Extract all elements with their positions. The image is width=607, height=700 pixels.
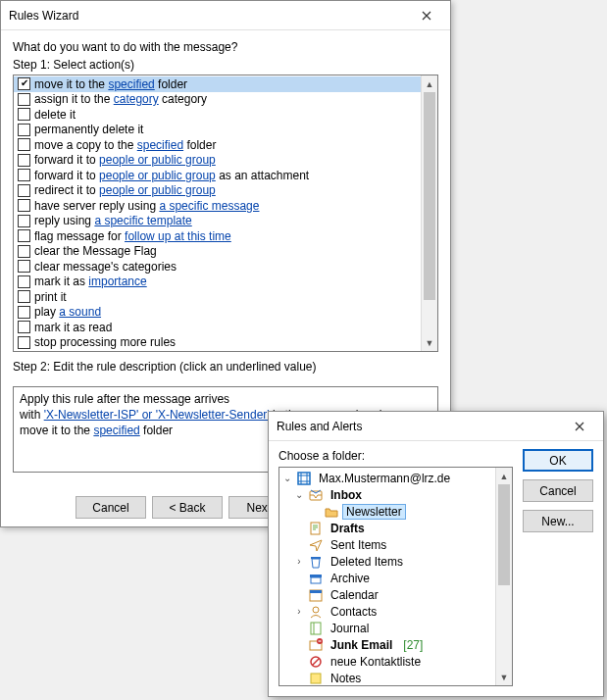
action-checkbox[interactable] [18, 245, 30, 258]
action-label: forward it to people or public group [34, 153, 216, 167]
action-checkbox[interactable] [18, 215, 30, 227]
tree-item-label: Drafts [327, 522, 369, 535]
blocked-icon [308, 654, 324, 670]
action-checkbox[interactable] [18, 93, 30, 106]
chevron-right-icon[interactable]: › [293, 606, 305, 617]
svg-rect-9 [311, 623, 321, 634]
action-checkbox[interactable] [18, 108, 30, 121]
action-row[interactable]: clear the Message Flag [14, 244, 421, 260]
tree-scrollbar[interactable]: ▲ ▼ [495, 468, 512, 685]
action-row[interactable]: have server reply using a specific messa… [14, 198, 421, 214]
svg-rect-7 [310, 590, 322, 593]
action-row[interactable]: stop processing more rules [14, 335, 421, 351]
actions-scrollbar[interactable]: ▲ ▼ [421, 75, 437, 351]
action-row[interactable]: mark it as read [14, 320, 421, 335]
picker-close-button[interactable] [557, 413, 601, 440]
deleted-icon [308, 554, 324, 570]
action-link[interactable]: category [114, 92, 159, 106]
action-checkbox[interactable] [18, 169, 30, 181]
desc-header-link[interactable]: 'X-Newsletter-ISP' or 'X-Newsletter-Send… [44, 408, 270, 422]
tree-item-label: Contacts [327, 605, 380, 619]
action-row[interactable]: print it [14, 289, 421, 305]
chevron-down-icon[interactable]: ⌄ [293, 489, 305, 500]
action-label: permanently delete it [34, 123, 143, 136]
scroll-up-icon[interactable]: ▲ [422, 75, 437, 92]
action-checkbox[interactable] [18, 124, 30, 136]
step2-label: Step 2: Edit the rule description (click… [13, 360, 438, 374]
action-label: flag message for follow up at this time [34, 229, 231, 243]
scroll-up-icon[interactable]: ▲ [496, 468, 512, 484]
action-row[interactable]: flag message for follow up at this time [14, 228, 421, 244]
ok-button[interactable]: OK [523, 449, 593, 472]
scroll-down-icon[interactable]: ▼ [496, 669, 512, 685]
action-row[interactable]: redirect it to people or public group [14, 183, 421, 199]
action-row[interactable]: forward it to people or public group as … [14, 168, 421, 183]
action-row[interactable]: move it to the specified folder [14, 76, 421, 92]
action-link[interactable]: specified [108, 77, 154, 91]
scroll-down-icon[interactable]: ▼ [422, 334, 437, 351]
action-checkbox[interactable] [18, 290, 30, 303]
action-checkbox[interactable] [18, 77, 30, 90]
action-link[interactable]: people or public group [99, 153, 216, 167]
cancel-button[interactable]: Cancel [523, 479, 593, 502]
tree-item[interactable]: ›Contacts [279, 603, 495, 620]
chevron-right-icon[interactable]: › [293, 556, 305, 567]
action-row[interactable]: forward it to people or public group [14, 153, 421, 169]
action-label: assign it to the category category [34, 92, 207, 106]
close-button[interactable] [404, 2, 448, 29]
action-checkbox[interactable] [18, 199, 30, 212]
tree-item-label: Calendar [327, 588, 382, 602]
action-link[interactable]: people or public group [99, 183, 216, 197]
svg-rect-0 [298, 473, 310, 484]
action-checkbox[interactable] [18, 321, 30, 333]
tree-item-label: Notes [327, 672, 365, 685]
archive-icon [308, 571, 324, 586]
action-row[interactable]: delete it [14, 107, 421, 123]
action-link[interactable]: a specific template [94, 214, 191, 227]
wizard-titlebar: Rules Wizard [1, 1, 450, 30]
action-checkbox[interactable] [18, 138, 30, 151]
tree-item[interactable]: Newsletter [279, 503, 495, 520]
tree-item[interactable]: Archive [279, 570, 495, 586]
tree-item[interactable]: ⌄Max.Mustermann@lrz.de [279, 470, 495, 486]
wizard-prompt: What do you want to do with the message? [13, 40, 438, 54]
cancel-button[interactable]: Cancel [76, 496, 146, 519]
action-row[interactable]: assign it to the category category [14, 92, 421, 108]
tree-item[interactable]: Notes [279, 670, 495, 685]
action-checkbox[interactable] [18, 260, 30, 273]
action-link[interactable]: importance [88, 275, 146, 288]
action-label: redirect it to people or public group [34, 183, 216, 197]
action-checkbox[interactable] [18, 184, 30, 197]
action-row[interactable]: play a sound [14, 305, 421, 321]
action-checkbox[interactable] [18, 306, 30, 319]
action-checkbox[interactable] [18, 336, 30, 349]
tree-item[interactable]: Sent Items [279, 536, 495, 553]
action-link[interactable]: a sound [59, 305, 101, 319]
desc-folder-link[interactable]: specified [93, 424, 139, 437]
tree-item[interactable]: Calendar [279, 586, 495, 603]
action-checkbox[interactable] [18, 229, 30, 242]
chevron-down-icon[interactable]: ⌄ [281, 473, 293, 483]
action-link[interactable]: people or public group [99, 169, 216, 182]
tree-item[interactable]: Drafts [279, 520, 495, 536]
tree-item[interactable]: Journal [279, 620, 495, 636]
action-row[interactable]: mark it as importance [14, 275, 421, 290]
action-checkbox[interactable] [18, 275, 30, 288]
tree-item[interactable]: neue Kontaktliste [279, 653, 495, 670]
svg-rect-13 [311, 674, 321, 683]
action-link[interactable]: a specific message [159, 199, 259, 213]
account-icon [296, 471, 312, 486]
action-link[interactable]: specified [137, 138, 183, 152]
tree-item[interactable]: ⌄Inbox [279, 486, 495, 503]
action-checkbox[interactable] [18, 154, 30, 167]
tree-item[interactable]: ›Deleted Items [279, 553, 495, 570]
action-row[interactable]: permanently delete it [14, 123, 421, 138]
action-link[interactable]: follow up at this time [125, 229, 231, 243]
picker-buttons: OK Cancel New... [523, 449, 593, 686]
new-button[interactable]: New... [523, 510, 593, 532]
action-row[interactable]: clear message's categories [14, 259, 421, 275]
tree-item[interactable]: Junk Email[27] [279, 636, 495, 653]
action-row[interactable]: reply using a specific template [14, 214, 421, 229]
back-button[interactable]: < Back [152, 496, 223, 519]
action-row[interactable]: move a copy to the specified folder [14, 137, 421, 153]
